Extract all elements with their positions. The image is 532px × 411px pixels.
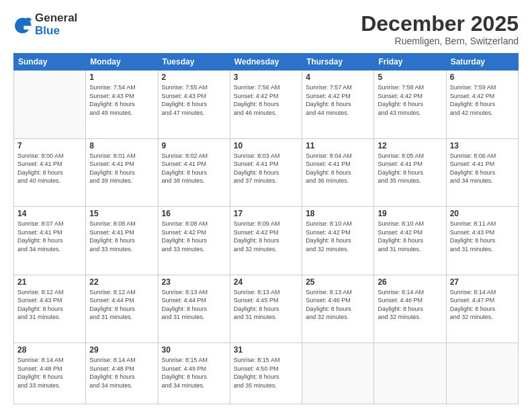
calendar-cell: 8Sunrise: 8:01 AM Sunset: 4:41 PM Daylig… [86,138,158,206]
day-info: Sunrise: 8:13 AM Sunset: 4:46 PM Dayligh… [306,288,370,322]
day-info: Sunrise: 8:08 AM Sunset: 4:41 PM Dayligh… [89,220,154,253]
day-number: 17 [234,209,298,218]
day-number: 11 [306,141,370,150]
day-number: 21 [17,277,82,287]
day-info: Sunrise: 8:11 AM Sunset: 4:43 PM Dayligh… [450,220,515,253]
calendar-cell: 21Sunrise: 8:12 AM Sunset: 4:43 PM Dayli… [14,275,86,342]
day-number: 2 [162,73,226,82]
day-number: 1 [89,73,154,82]
calendar-cell: 27Sunrise: 8:14 AM Sunset: 4:47 PM Dayli… [446,275,518,342]
day-info: Sunrise: 8:09 AM Sunset: 4:42 PM Dayligh… [234,220,298,253]
day-info: Sunrise: 8:02 AM Sunset: 4:41 PM Dayligh… [162,152,226,185]
day-number: 23 [162,277,226,287]
day-number: 24 [234,277,298,287]
calendar-cell: 31Sunrise: 8:15 AM Sunset: 4:50 PM Dayli… [230,343,302,404]
day-number: 27 [450,277,515,287]
day-number: 20 [450,209,515,218]
calendar-cell: 10Sunrise: 8:03 AM Sunset: 4:41 PM Dayli… [230,138,302,206]
calendar-cell: 28Sunrise: 8:14 AM Sunset: 4:48 PM Dayli… [14,343,86,404]
calendar-cell: 30Sunrise: 8:15 AM Sunset: 4:49 PM Dayli… [158,343,230,404]
day-number: 25 [306,277,370,287]
day-info: Sunrise: 8:15 AM Sunset: 4:49 PM Dayligh… [162,356,226,390]
day-number: 26 [378,277,442,287]
day-number: 10 [234,141,298,150]
calendar-cell: 4Sunrise: 7:57 AM Sunset: 4:42 PM Daylig… [302,71,374,138]
day-info: Sunrise: 7:56 AM Sunset: 4:42 PM Dayligh… [234,83,298,117]
calendar-cell [374,343,446,404]
calendar-week-row: 14Sunrise: 8:07 AM Sunset: 4:41 PM Dayli… [14,207,519,275]
day-info: Sunrise: 7:59 AM Sunset: 4:42 PM Dayligh… [450,83,515,117]
day-info: Sunrise: 7:54 AM Sunset: 4:43 PM Dayligh… [89,83,154,117]
calendar-cell: 24Sunrise: 8:13 AM Sunset: 4:45 PM Dayli… [230,275,302,342]
day-number: 4 [306,73,370,82]
day-info: Sunrise: 8:01 AM Sunset: 4:41 PM Dayligh… [89,152,154,185]
calendar-cell: 15Sunrise: 8:08 AM Sunset: 4:41 PM Dayli… [86,207,158,275]
calendar-cell: 11Sunrise: 8:04 AM Sunset: 4:41 PM Dayli… [302,138,374,206]
calendar-week-row: 21Sunrise: 8:12 AM Sunset: 4:43 PM Dayli… [14,275,519,342]
calendar-cell [14,71,86,138]
calendar-table: SundayMondayTuesdayWednesdayThursdayFrid… [13,53,519,404]
calendar-cell: 5Sunrise: 7:58 AM Sunset: 4:42 PM Daylig… [374,71,446,138]
day-info: Sunrise: 8:05 AM Sunset: 4:41 PM Dayligh… [378,152,442,185]
day-info: Sunrise: 8:14 AM Sunset: 4:47 PM Dayligh… [450,288,515,322]
day-info: Sunrise: 8:14 AM Sunset: 4:46 PM Dayligh… [378,288,442,322]
day-number: 22 [89,277,154,287]
weekday-header: Sunday [14,54,86,71]
calendar-cell [302,343,374,404]
day-info: Sunrise: 8:03 AM Sunset: 4:41 PM Dayligh… [234,152,298,185]
header: General Blue December 2025 Ruemligen, Be… [13,12,519,46]
weekday-header: Tuesday [158,54,230,71]
day-number: 6 [450,73,515,82]
day-number: 31 [234,345,298,355]
page: General Blue December 2025 Ruemligen, Be… [0,0,532,411]
day-info: Sunrise: 8:04 AM Sunset: 4:41 PM Dayligh… [306,152,370,185]
logo-general: General [35,12,77,25]
day-info: Sunrise: 8:12 AM Sunset: 4:43 PM Dayligh… [17,288,82,322]
day-number: 3 [234,73,298,82]
day-info: Sunrise: 8:12 AM Sunset: 4:44 PM Dayligh… [89,288,154,322]
calendar-cell: 17Sunrise: 8:09 AM Sunset: 4:42 PM Dayli… [230,207,302,275]
day-number: 13 [450,141,515,150]
day-number: 7 [17,141,82,150]
calendar-cell: 1Sunrise: 7:54 AM Sunset: 4:43 PM Daylig… [86,71,158,138]
weekday-header: Monday [86,54,158,71]
calendar-cell: 23Sunrise: 8:13 AM Sunset: 4:44 PM Dayli… [158,275,230,342]
calendar-cell: 2Sunrise: 7:55 AM Sunset: 4:43 PM Daylig… [158,71,230,138]
title-block: December 2025 Ruemligen, Bern, Switzerla… [361,12,519,46]
day-info: Sunrise: 8:13 AM Sunset: 4:45 PM Dayligh… [234,288,298,322]
calendar-cell: 26Sunrise: 8:14 AM Sunset: 4:46 PM Dayli… [374,275,446,342]
calendar-cell: 18Sunrise: 8:10 AM Sunset: 4:42 PM Dayli… [302,207,374,275]
calendar-cell: 25Sunrise: 8:13 AM Sunset: 4:46 PM Dayli… [302,275,374,342]
day-info: Sunrise: 8:14 AM Sunset: 4:48 PM Dayligh… [89,356,154,390]
day-info: Sunrise: 8:13 AM Sunset: 4:44 PM Dayligh… [162,288,226,322]
day-info: Sunrise: 8:00 AM Sunset: 4:41 PM Dayligh… [17,152,82,185]
day-number: 5 [378,73,442,82]
subtitle: Ruemligen, Bern, Switzerland [361,36,519,46]
calendar-cell: 7Sunrise: 8:00 AM Sunset: 4:41 PM Daylig… [14,138,86,206]
logo-blue: Blue [35,25,77,38]
day-number: 28 [17,345,82,355]
logo: General Blue [13,12,77,37]
day-number: 8 [89,141,154,150]
day-number: 15 [89,209,154,218]
calendar-cell: 12Sunrise: 8:05 AM Sunset: 4:41 PM Dayli… [374,138,446,206]
day-number: 16 [162,209,226,218]
day-number: 14 [17,209,82,218]
day-info: Sunrise: 8:15 AM Sunset: 4:50 PM Dayligh… [234,356,298,390]
calendar-body: 1Sunrise: 7:54 AM Sunset: 4:43 PM Daylig… [14,71,519,404]
weekday-header: Wednesday [230,54,302,71]
day-info: Sunrise: 8:08 AM Sunset: 4:42 PM Dayligh… [162,220,226,253]
calendar-cell: 19Sunrise: 8:10 AM Sunset: 4:42 PM Dayli… [374,207,446,275]
day-number: 12 [378,141,442,150]
calendar-cell: 3Sunrise: 7:56 AM Sunset: 4:42 PM Daylig… [230,71,302,138]
day-info: Sunrise: 8:10 AM Sunset: 4:42 PM Dayligh… [306,220,370,253]
weekday-header: Saturday [446,54,518,71]
weekday-header: Thursday [302,54,374,71]
calendar-week-row: 1Sunrise: 7:54 AM Sunset: 4:43 PM Daylig… [14,71,519,138]
day-number: 9 [162,141,226,150]
logo-text: General Blue [35,12,77,37]
month-title: December 2025 [361,12,519,36]
calendar-header: SundayMondayTuesdayWednesdayThursdayFrid… [14,54,519,71]
calendar-cell: 9Sunrise: 8:02 AM Sunset: 4:41 PM Daylig… [158,138,230,206]
day-info: Sunrise: 7:57 AM Sunset: 4:42 PM Dayligh… [306,83,370,117]
